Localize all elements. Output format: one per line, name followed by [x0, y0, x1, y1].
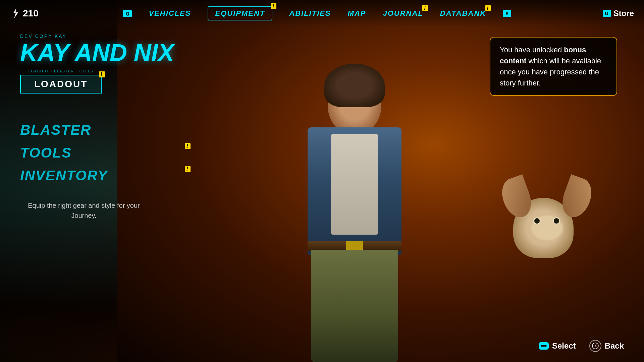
top-nav: 210 Q VEHICLES EQUIPMENT ! ABILITIES MAP…: [0, 0, 644, 27]
lightning-icon: [10, 8, 20, 18]
menu-item-inventory[interactable]: INVENTORY !: [20, 168, 181, 184]
nav-key-e[interactable]: E: [503, 10, 511, 17]
nav-items: Q VEHICLES EQUIPMENT ! ABILITIES MAP JOU…: [32, 6, 603, 20]
loadout-notify: !: [99, 71, 105, 77]
nav-item-vehicles[interactable]: VEHICLES: [149, 9, 191, 18]
journal-notify: !: [422, 5, 428, 11]
nav-item-equipment[interactable]: EQUIPMENT !: [208, 6, 272, 20]
menu-item-blaster[interactable]: BLASTER: [20, 122, 181, 138]
bottom-bar: Select Back: [539, 340, 624, 352]
back-key-icon: [589, 340, 601, 352]
subtitle-label: DEV COPY KAY: [20, 34, 181, 39]
loadout-container[interactable]: LOADOUT · BLASTER · TOOLS LOADOUT !: [20, 75, 102, 107]
nav-key-q[interactable]: Q: [123, 10, 132, 17]
select-label: Select: [552, 341, 576, 351]
store-label: Store: [613, 9, 634, 18]
store-key: U: [603, 10, 611, 17]
tools-notify: !: [185, 143, 191, 149]
left-panel: DEV COPY KAY KAY AND NIX LOADOUT · BLAST…: [20, 34, 181, 221]
nav-item-map[interactable]: MAP: [348, 9, 366, 18]
store-button[interactable]: U Store: [603, 9, 634, 18]
nav-item-journal[interactable]: JOURNAL !: [383, 9, 423, 18]
loadout-button[interactable]: LOADOUT !: [20, 75, 102, 94]
menu-items: BLASTER TOOLS ! INVENTORY !: [20, 122, 181, 184]
nav-item-databank[interactable]: DATABANK !: [440, 9, 486, 18]
loadout-small-label: LOADOUT · BLASTER · TOOLS: [29, 69, 94, 73]
description-text: Equip the right gear and style for your …: [20, 200, 148, 221]
databank-notify: !: [485, 5, 491, 11]
svg-marker-0: [13, 8, 18, 18]
inventory-notify: !: [185, 166, 191, 172]
loadout-label: LOADOUT: [34, 79, 88, 89]
select-action[interactable]: Select: [539, 341, 576, 351]
back-label: Back: [605, 341, 624, 351]
character-title: KAY AND NIX: [20, 41, 181, 65]
svg-rect-1: [541, 345, 547, 347]
bonus-tooltip: You have unlocked bonus content which wi…: [490, 37, 617, 96]
equipment-notify: !: [271, 3, 277, 9]
back-action[interactable]: Back: [589, 340, 624, 352]
menu-item-tools[interactable]: TOOLS !: [20, 145, 181, 161]
nav-item-abilities[interactable]: ABILITIES: [289, 9, 331, 18]
bonus-tooltip-text: You have unlocked bonus content which wi…: [500, 44, 607, 88]
select-key-icon: [539, 342, 549, 350]
